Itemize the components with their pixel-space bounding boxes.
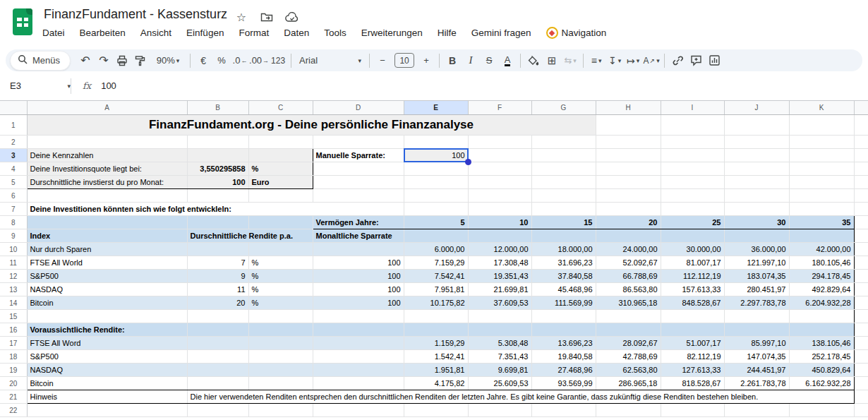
column-header-H[interactable]: H bbox=[596, 101, 661, 115]
cell-G5[interactable] bbox=[531, 176, 596, 189]
cell-E15[interactable] bbox=[404, 310, 468, 323]
cell-G8[interactable]: 15 bbox=[531, 216, 596, 229]
insert-comment-icon[interactable] bbox=[687, 52, 705, 69]
cell-A20[interactable]: Bitcoin bbox=[27, 377, 187, 390]
search-menus[interactable]: Menüs bbox=[10, 51, 71, 71]
cell-H17[interactable]: 28.092,67 bbox=[596, 337, 661, 350]
cell-I15[interactable] bbox=[661, 310, 724, 323]
cell-D14[interactable]: 100 bbox=[313, 296, 404, 310]
cell-K14[interactable]: 6.204.932,28 bbox=[789, 296, 854, 310]
insert-link-icon[interactable] bbox=[668, 52, 687, 69]
row-header-19[interactable]: 19 bbox=[0, 364, 27, 377]
cell-K13[interactable]: 492.829,64 bbox=[789, 283, 854, 296]
cell-F6[interactable] bbox=[468, 189, 531, 203]
row-header-9[interactable]: 9 bbox=[0, 229, 27, 243]
row-header-5[interactable]: 5 bbox=[0, 176, 27, 189]
cell-C10[interactable] bbox=[248, 243, 313, 256]
fill-handle[interactable] bbox=[465, 159, 471, 165]
text-wrap-icon[interactable]: ↦▾ bbox=[624, 52, 642, 69]
column-header-K[interactable]: K bbox=[789, 101, 854, 115]
column-header-D[interactable]: D bbox=[313, 101, 404, 115]
row-header-11[interactable]: 11 bbox=[0, 256, 27, 270]
row-header-17[interactable]: 17 bbox=[0, 337, 27, 350]
column-header-F[interactable]: F bbox=[468, 101, 531, 115]
cell-B4[interactable]: 3,550295858 bbox=[187, 162, 248, 176]
cell-H5[interactable] bbox=[596, 176, 661, 189]
cell-partial-8[interactable] bbox=[854, 216, 868, 229]
move-folder-icon[interactable] bbox=[260, 10, 274, 24]
cell-J6[interactable] bbox=[724, 189, 789, 203]
row-header-13[interactable]: 13 bbox=[0, 283, 27, 296]
cell-C11[interactable]: % bbox=[248, 256, 313, 270]
cell-C4[interactable]: % bbox=[248, 162, 313, 176]
cell-A5[interactable]: Durschnittliche invstierst du pro Monat: bbox=[27, 176, 187, 189]
cell-A18[interactable]: S&P500 bbox=[27, 350, 187, 364]
cell-F4[interactable] bbox=[468, 162, 531, 176]
column-header-C[interactable]: C bbox=[248, 101, 313, 115]
cell-K20[interactable]: 6.162.932,28 bbox=[789, 377, 854, 390]
menu-item-bearbeiten[interactable]: Bearbeiten bbox=[80, 28, 126, 38]
cell-H13[interactable]: 86.563,80 bbox=[596, 283, 661, 296]
cell-G22[interactable] bbox=[531, 404, 596, 417]
cell-F11[interactable]: 17.308,48 bbox=[468, 256, 531, 270]
column-header-A[interactable]: A bbox=[27, 101, 187, 115]
cell-J14[interactable]: 2.297.783,78 bbox=[724, 296, 789, 310]
cell-E13[interactable]: 7.951,81 bbox=[404, 283, 468, 296]
row-header-10[interactable]: 10 bbox=[0, 243, 27, 256]
row-header-2[interactable]: 2 bbox=[0, 136, 27, 149]
column-header-E[interactable]: E bbox=[404, 101, 468, 115]
cell-F5[interactable] bbox=[468, 176, 531, 189]
cell-I11[interactable]: 81.007,17 bbox=[661, 256, 724, 270]
cell-H18[interactable]: 42.788,69 bbox=[596, 350, 661, 364]
cell-C19[interactable] bbox=[248, 364, 313, 377]
strikethrough-icon[interactable]: S bbox=[480, 52, 498, 69]
increase-decimal-icon[interactable]: .00→ bbox=[249, 52, 269, 69]
cell-E14[interactable]: 10.175,82 bbox=[404, 296, 468, 310]
cell-K22[interactable] bbox=[789, 404, 854, 417]
cell-partial-6[interactable] bbox=[854, 189, 868, 203]
cell-A1[interactable]: FinanzFundament.org - Deine persönliche … bbox=[27, 115, 596, 136]
cell-partial-13[interactable] bbox=[854, 283, 868, 296]
horizontal-align-icon[interactable]: ≡▾ bbox=[587, 52, 605, 69]
cell-A3[interactable]: Deine Kennzahlen bbox=[27, 149, 187, 162]
cell-K7[interactable] bbox=[789, 203, 854, 216]
cell-K3[interactable] bbox=[789, 149, 854, 162]
cell-F12[interactable]: 19.351,43 bbox=[468, 270, 531, 283]
name-box[interactable]: E3 ▾ bbox=[0, 80, 71, 91]
cell-E2[interactable] bbox=[404, 136, 468, 149]
cell-G3[interactable] bbox=[531, 149, 596, 162]
cell-A9[interactable]: Index bbox=[27, 229, 187, 243]
cell-C18[interactable] bbox=[248, 350, 313, 364]
cell-C3[interactable] bbox=[248, 149, 313, 162]
cell-C15[interactable] bbox=[248, 310, 313, 323]
cell-A8[interactable] bbox=[27, 216, 187, 229]
cell-J7[interactable] bbox=[724, 203, 789, 216]
row-header-8[interactable]: 8 bbox=[0, 216, 27, 229]
cell-H10[interactable]: 24.000,00 bbox=[596, 243, 661, 256]
borders-icon[interactable]: ⊞ bbox=[543, 52, 561, 69]
cell-E5[interactable] bbox=[404, 176, 468, 189]
vertical-align-icon[interactable]: ↧▾ bbox=[605, 52, 624, 69]
column-header-G[interactable]: G bbox=[531, 101, 596, 115]
row-header-21[interactable]: 21 bbox=[0, 390, 27, 404]
cell-partial-20[interactable] bbox=[854, 377, 868, 390]
format-percent-icon[interactable]: % bbox=[212, 52, 231, 69]
cell-D8[interactable]: Vermögen Jahre: bbox=[313, 216, 404, 229]
cell-K4[interactable] bbox=[789, 162, 854, 176]
cell-K5[interactable] bbox=[789, 176, 854, 189]
cell-F9[interactable] bbox=[468, 229, 531, 243]
cell-C6[interactable] bbox=[248, 189, 313, 203]
cell-partial-17[interactable] bbox=[854, 337, 868, 350]
row-header-22[interactable]: 22 bbox=[0, 404, 27, 417]
cell-F8[interactable]: 10 bbox=[468, 216, 531, 229]
cell-F15[interactable] bbox=[468, 310, 531, 323]
zoom-select[interactable]: 90%▾ bbox=[150, 52, 186, 69]
cell-partial-10[interactable] bbox=[854, 243, 868, 256]
cell-I14[interactable]: 848.528,67 bbox=[661, 296, 724, 310]
cell-H3[interactable] bbox=[596, 149, 661, 162]
cell-I18[interactable]: 82.112,19 bbox=[661, 350, 724, 364]
cell-B3[interactable] bbox=[187, 149, 248, 162]
cell-E10[interactable]: 6.000,00 bbox=[404, 243, 468, 256]
menu-item-datei[interactable]: Datei bbox=[42, 28, 65, 38]
cell-A16[interactable]: Voraussichtliche Rendite: bbox=[27, 323, 187, 337]
